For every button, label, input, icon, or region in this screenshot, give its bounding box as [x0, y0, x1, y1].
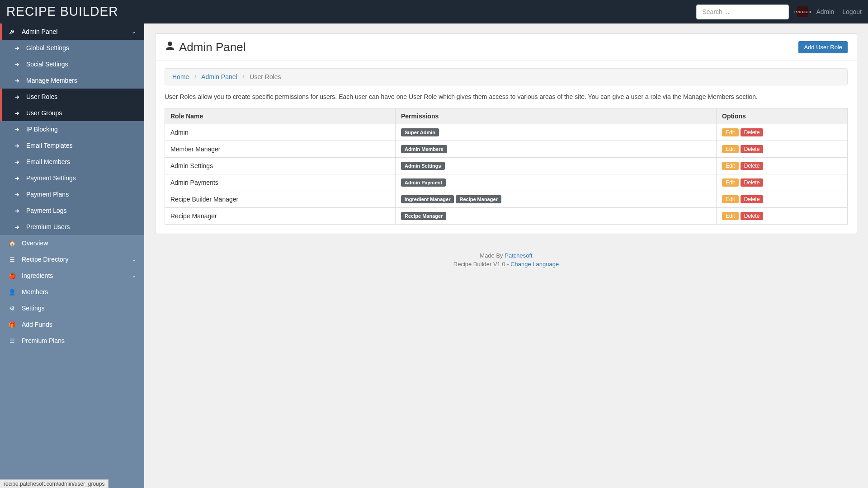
sidebar-item-label: User Groups: [26, 109, 62, 117]
delete-button[interactable]: Delete: [741, 162, 764, 170]
edit-button[interactable]: Edit: [722, 162, 739, 170]
sidebar-item-label: Global Settings: [26, 44, 69, 52]
sidebar-item-premium-plans[interactable]: ☰Premium Plans: [0, 333, 144, 349]
edit-button[interactable]: Edit: [722, 212, 739, 220]
arrow-right-icon: ➜: [13, 77, 21, 84]
sidebar-item-recipe-directory[interactable]: ☰Recipe Directory⌄: [0, 251, 144, 267]
permission-badge: Admin Members: [401, 145, 447, 153]
footer: Made By Patchesoft Recipe Builder V1.0 -…: [155, 251, 857, 269]
user-icon: 👤: [8, 289, 16, 296]
sidebar-item-email-members[interactable]: ➜Email Members: [0, 154, 144, 170]
sidebar-item-label: Settings: [22, 305, 45, 312]
sidebar-item-global-settings[interactable]: ➜Global Settings: [0, 40, 144, 56]
permissions-cell: Super Admin: [396, 124, 717, 141]
sidebar-item-admin-panel[interactable]: Admin Panel ⌄: [0, 23, 144, 40]
sidebar-item-label: Manage Members: [26, 77, 77, 84]
arrow-right-icon: ➜: [13, 191, 21, 198]
search-input[interactable]: [696, 5, 789, 19]
footer-made-by: Made By: [480, 252, 505, 259]
brand-logo[interactable]: RECIPE BUILDER: [6, 4, 118, 19]
sidebar-item-ip-blocking[interactable]: ➜IP Blocking: [0, 121, 144, 137]
table-row: AdminSuper AdminEditDelete: [165, 124, 848, 141]
permission-badge: Admin Settings: [401, 162, 445, 170]
sidebar-item-label: Members: [22, 288, 48, 296]
sidebar-item-payment-plans[interactable]: ➜Payment Plans: [0, 186, 144, 202]
col-header-permissions: Permissions: [396, 108, 717, 124]
table-row: Admin PaymentsAdmin PaymentEditDelete: [165, 174, 848, 191]
arrow-right-icon: ➜: [13, 61, 21, 68]
nav-logout-link[interactable]: Logout: [842, 8, 862, 15]
footer-version: Recipe Builder V1.0 -: [453, 261, 510, 267]
arrow-right-icon: ➜: [13, 45, 21, 52]
breadcrumb-current: User Roles: [250, 73, 281, 80]
sidebar-item-add-funds[interactable]: 🎁Add Funds: [0, 316, 144, 333]
arrow-right-icon: ➜: [13, 142, 21, 149]
permissions-cell: Ingredient ManagerRecipe Manager: [396, 191, 717, 207]
sidebar-item-label: Recipe Directory: [22, 256, 68, 263]
arrow-right-icon: ➜: [13, 224, 21, 230]
sidebar-item-overview[interactable]: 🏠Overview: [0, 235, 144, 251]
footer-patchesoft-link[interactable]: Patchesoft: [505, 252, 532, 259]
avatar[interactable]: PRO USER: [797, 6, 808, 17]
gift-icon: 🎁: [8, 321, 16, 328]
delete-button[interactable]: Delete: [741, 212, 764, 220]
sidebar-item-payment-settings[interactable]: ➜Payment Settings: [0, 170, 144, 186]
sidebar-item-payment-logs[interactable]: ➜Payment Logs: [0, 202, 144, 219]
delete-button[interactable]: Delete: [741, 178, 764, 187]
page-title-text: Admin Panel: [179, 40, 245, 54]
sidebar-item-label: Add Funds: [22, 321, 52, 328]
home-icon: 🏠: [8, 240, 16, 247]
role-name-cell: Admin Settings: [165, 157, 396, 174]
sidebar-item-label: Payment Logs: [26, 207, 67, 214]
arrow-right-icon: ➜: [13, 207, 21, 214]
sidebar-item-premium-users[interactable]: ➜Premium Users: [0, 219, 144, 235]
permissions-cell: Admin Settings: [396, 157, 717, 174]
arrow-right-icon: ➜: [13, 94, 21, 100]
sidebar-item-members[interactable]: 👤Members: [0, 284, 144, 300]
edit-button[interactable]: Edit: [722, 195, 739, 203]
breadcrumb-admin-panel[interactable]: Admin Panel: [201, 73, 237, 80]
role-name-cell: Member Manager: [165, 141, 396, 157]
sidebar-item-manage-members[interactable]: ➜Manage Members: [0, 72, 144, 89]
edit-button[interactable]: Edit: [722, 128, 739, 136]
sidebar-item-user-roles[interactable]: ➜User Roles: [0, 89, 144, 105]
delete-button[interactable]: Delete: [741, 195, 764, 203]
chevron-down-icon: ⌄: [132, 272, 136, 279]
edit-button[interactable]: Edit: [722, 145, 739, 153]
apple-icon: 🍎: [8, 272, 16, 279]
sidebar-item-social-settings[interactable]: ➜Social Settings: [0, 56, 144, 72]
sidebar-item-label: Email Members: [26, 158, 70, 165]
page-title: Admin Panel: [165, 40, 245, 54]
add-user-role-button[interactable]: Add User Role: [798, 41, 848, 53]
sidebar-item-label: Premium Plans: [22, 337, 65, 344]
panel: Admin Panel Add User Role Home / Admin P…: [155, 33, 857, 234]
panel-body: Home / Admin Panel / User Roles User Rol…: [156, 61, 857, 234]
table-row: Recipe ManagerRecipe ManagerEditDelete: [165, 207, 848, 224]
permission-badge: Admin Payment: [401, 178, 446, 187]
footer-change-language-link[interactable]: Change Language: [510, 261, 559, 267]
page-description: User Roles allow you to create specific …: [165, 93, 848, 102]
nav-admin-link[interactable]: Admin: [816, 8, 834, 15]
nav-right: PRO USER Admin Logout: [696, 5, 862, 19]
top-navbar: RECIPE BUILDER PRO USER Admin Logout: [0, 0, 868, 23]
options-cell: EditDelete: [717, 124, 848, 141]
options-cell: EditDelete: [717, 157, 848, 174]
options-cell: EditDelete: [717, 141, 848, 157]
breadcrumb-home[interactable]: Home: [172, 73, 189, 80]
table-row: Member ManagerAdmin MembersEditDelete: [165, 141, 848, 157]
list-icon: ☰: [8, 256, 16, 263]
roles-table: Role Name Permissions Options AdminSuper…: [165, 108, 848, 225]
gear-icon: ⚙: [8, 305, 16, 312]
sidebar-item-email-templates[interactable]: ➜Email Templates: [0, 137, 144, 154]
role-name-cell: Admin: [165, 124, 396, 141]
sidebar-item-user-groups[interactable]: ➜User Groups: [0, 105, 144, 121]
sidebar-item-ingredients[interactable]: 🍎Ingredients⌄: [0, 267, 144, 284]
options-cell: EditDelete: [717, 207, 848, 224]
permissions-cell: Admin Payment: [396, 174, 717, 191]
permission-badge: Recipe Manager: [401, 212, 446, 220]
sidebar-item-settings[interactable]: ⚙Settings: [0, 300, 144, 316]
delete-button[interactable]: Delete: [741, 128, 764, 136]
delete-button[interactable]: Delete: [741, 145, 764, 153]
edit-button[interactable]: Edit: [722, 178, 739, 187]
sidebar-item-label: Overview: [22, 239, 48, 247]
